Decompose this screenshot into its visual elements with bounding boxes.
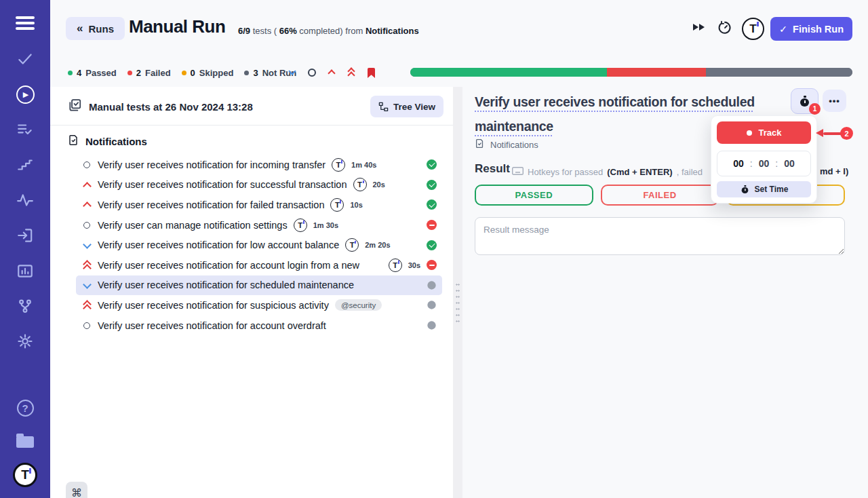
testomat-logo-icon[interactable]: T <box>13 463 37 487</box>
filter-bookmark-icon[interactable] <box>366 68 376 77</box>
timer-popup: Track 00 : 00 : 00 Set Time <box>711 115 817 204</box>
set-time-button[interactable]: Set Time <box>717 181 811 197</box>
automated-logo-icon <box>345 238 359 252</box>
test-row[interactable]: Verify user receives notification for ac… <box>76 315 442 336</box>
divider <box>50 125 453 126</box>
test-duration: 1m 30s <box>313 221 338 229</box>
analytics-chart-icon[interactable] <box>15 261 35 281</box>
test-title: Verify user receives notification for in… <box>98 159 326 170</box>
test-row[interactable]: Verify user receives notification for in… <box>76 155 442 175</box>
result-passed-button[interactable]: PASSED <box>475 185 593 206</box>
filter-circle-icon[interactable] <box>307 68 317 77</box>
check-icon: ✓ <box>779 24 787 35</box>
stopwatch-icon <box>800 96 810 107</box>
track-label: Track <box>759 128 782 138</box>
test-row[interactable]: Verify user can manage notification sett… <box>76 215 442 235</box>
test-duration: 2m 20s <box>365 241 390 249</box>
runs-play-icon[interactable]: ▶ <box>15 84 35 104</box>
projects-folder-icon[interactable] <box>15 430 35 451</box>
test-title: Verify user receives notification for sc… <box>98 280 354 290</box>
back-chevrons-icon: « <box>77 22 83 35</box>
status-icon <box>427 301 435 309</box>
test-duration: 10s <box>350 201 362 209</box>
time-input-group[interactable]: 00 : 00 : 00 <box>717 151 811 176</box>
automated-logo-icon <box>294 218 307 232</box>
back-label: Runs <box>88 23 114 35</box>
branches-icon[interactable] <box>15 296 35 316</box>
panel-resize-handle[interactable] <box>453 87 462 498</box>
percent-complete: 66% <box>279 26 297 36</box>
test-row[interactable]: Verify user receives notification for fa… <box>76 195 442 215</box>
run-progress-summary: 6/9 tests ( 66% completed) from Notifica… <box>238 26 419 36</box>
sidebar: ▶ ? T <box>0 0 50 498</box>
filter-double-chevron-up-icon[interactable] <box>347 68 356 77</box>
test-row[interactable]: Verify user receives notification for su… <box>76 175 442 195</box>
more-options-button[interactable]: ••• <box>823 90 846 112</box>
test-plans-list-check-icon[interactable] <box>15 119 35 140</box>
back-to-runs-button[interactable]: « Runs <box>66 17 125 40</box>
seconds-field[interactable]: 00 <box>784 158 795 169</box>
automated-logo-icon <box>330 198 344 212</box>
tests-count: 6/9 <box>238 26 250 36</box>
test-row[interactable]: Verify user receives notification for lo… <box>76 235 442 255</box>
annotation-arrowhead-icon <box>816 129 823 137</box>
progress-notrun-segment <box>706 68 852 77</box>
track-button[interactable]: Track <box>717 121 811 144</box>
page-title: Manual Run <box>129 16 225 37</box>
test-title: Verify user receives notification for su… <box>98 179 347 190</box>
run-header: Manual tests at 26 Nov 2024 13:28 Tree V… <box>50 92 453 121</box>
automated-logo-icon <box>353 178 367 191</box>
priority-filters <box>288 67 376 78</box>
suite-file-icon <box>475 138 485 151</box>
progress-failed-segment <box>607 68 705 77</box>
priority-icon <box>81 300 92 310</box>
tree-view-button[interactable]: Tree View <box>370 96 443 117</box>
finish-run-button[interactable]: ✓ Finish Run <box>770 17 852 41</box>
test-row-selected[interactable]: Verify user receives notification for sc… <box>76 275 442 296</box>
retry-timer-icon[interactable] <box>717 20 733 39</box>
hotkey-passed: (Cmd + ENTER) <box>607 167 672 177</box>
filter-chevron-up-icon[interactable] <box>327 68 336 77</box>
hours-field[interactable]: 00 <box>733 158 744 169</box>
notrun-dot-icon <box>244 71 249 75</box>
import-signin-icon[interactable] <box>15 225 35 246</box>
hotkeys-command-button[interactable]: ⌘ <box>66 482 87 498</box>
status-legend: 4Passed 2Failed 0Skipped 3Not Run <box>68 68 296 78</box>
test-row[interactable]: Verify user receives notification for su… <box>76 295 442 315</box>
passed-dot-icon <box>68 71 73 75</box>
test-title: Verify user receives notification for lo… <box>98 240 339 250</box>
breadcrumb[interactable]: Notifications <box>475 138 538 151</box>
keyboard-icon <box>512 167 524 177</box>
hamburger-menu-icon[interactable] <box>16 16 35 30</box>
tests-check-icon[interactable] <box>15 49 35 69</box>
legend-skipped: 0Skipped <box>182 68 234 78</box>
result-message-input[interactable] <box>475 217 845 255</box>
filter-chevron-down-icon[interactable] <box>288 68 297 77</box>
skipped-dot-icon <box>182 71 186 75</box>
fast-forward-icon[interactable] <box>693 24 705 31</box>
steps-icon[interactable] <box>15 155 35 175</box>
test-row[interactable]: Verify user receives notification for ac… <box>76 255 442 275</box>
minutes-field[interactable]: 00 <box>759 158 770 169</box>
test-duration: 30s <box>408 261 420 269</box>
result-failed-button[interactable]: FAILED <box>601 185 719 206</box>
hotkeys-hint-tail: md + I) <box>820 166 848 176</box>
priority-icon <box>81 199 92 210</box>
test-title: Verify user can manage notification sett… <box>98 220 288 231</box>
help-question-icon[interactable]: ? <box>15 398 35 418</box>
status-icon <box>427 220 437 230</box>
hotkeys-hint: Hotkeys for passed (Cmd + ENTER) , faile… <box>512 166 710 178</box>
pulse-activity-icon[interactable] <box>15 190 35 210</box>
sidebar-nav: ▶ <box>15 49 35 351</box>
test-detail-panel: Verify user receives notification for sc… <box>462 87 868 498</box>
header-logo-icon[interactable]: T <box>742 18 764 40</box>
run-title: Manual tests at 26 Nov 2024 13:28 <box>89 101 253 113</box>
settings-gear-icon[interactable] <box>15 331 35 351</box>
progress-passed-segment <box>410 68 607 77</box>
tree-view-label: Tree View <box>393 102 435 112</box>
run-copy-check-icon <box>68 98 82 115</box>
status-icon <box>427 180 437 190</box>
test-title: Verify user receives notification for fa… <box>98 199 324 210</box>
suite-header[interactable]: Notifications <box>50 131 453 151</box>
test-rows: Verify user receives notification for in… <box>76 155 442 335</box>
